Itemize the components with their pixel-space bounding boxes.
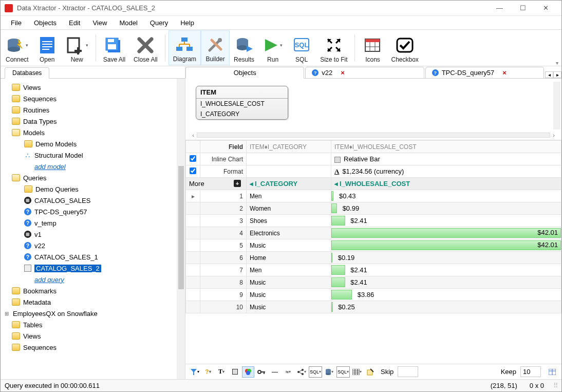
tree-node-structural-model[interactable]: ⛬Structural Model <box>2 150 176 161</box>
tree-node-catalog-sales[interactable]: ⊞CATALOG_SALES <box>2 195 176 206</box>
menu-query[interactable]: Query <box>145 17 173 28</box>
approx-button[interactable]: ≈▾ <box>282 366 294 378</box>
diagram-hscrollbar[interactable]: ‹› <box>190 132 557 139</box>
tree-node-catalog-sales-1[interactable]: ?CATALOG_SALES_1 <box>2 251 176 263</box>
grid-colhead-a[interactable]: ◂I_CATEGORY <box>247 178 331 190</box>
key-button[interactable] <box>255 366 268 378</box>
scrollbar-thumb[interactable] <box>178 166 184 289</box>
menu-view[interactable]: View <box>87 17 112 28</box>
maximize-button[interactable]: ☐ <box>511 1 534 15</box>
table-row[interactable]: 8Music$2.41 <box>186 276 561 289</box>
diagram-column[interactable]: I_WHOLESALE_COST <box>196 99 288 109</box>
close-icon[interactable]: × <box>502 69 507 77</box>
sql-mini-button[interactable]: SQL▾ <box>309 366 322 378</box>
tab-v22[interactable]: ?v22× <box>305 67 424 79</box>
sql-mini-button-2[interactable]: SQL▾ <box>336 366 350 378</box>
tree-node-demo-models[interactable]: Demo Models <box>2 138 176 150</box>
menu-help[interactable]: Help <box>175 17 199 28</box>
table-row[interactable]: ▸1Men$0.43 <box>186 190 561 202</box>
close-button[interactable]: ✕ <box>534 1 557 15</box>
sql-button[interactable]: SQL SQL <box>287 30 316 65</box>
table-row[interactable]: 7Men$2.41 <box>186 264 561 276</box>
icons-button[interactable]: Icons <box>358 30 387 65</box>
open-button[interactable]: Open <box>33 30 62 65</box>
tree-add-query-link[interactable]: add query <box>2 274 176 285</box>
tree-node-queries[interactable]: Queries <box>2 172 176 183</box>
table-row[interactable]: 4Electronics$42.01 <box>186 227 561 239</box>
grid-field-a[interactable]: ITEM♦I_CATEGORY <box>247 141 331 153</box>
save-all-button[interactable]: Save All <box>99 30 129 65</box>
connect-button[interactable]: ▾ Connect <box>2 30 33 65</box>
share-button[interactable]: ▾ <box>295 366 308 378</box>
db-mini-button[interactable]: ▾ <box>323 366 335 378</box>
tree-node-employeesqx[interactable]: ⊞EmployeesQX on Snowflake <box>2 308 176 319</box>
tree-scrollbar[interactable] <box>177 79 185 379</box>
diagram-button[interactable]: Diagram <box>168 30 201 65</box>
resize-grip-icon[interactable]: ⠿ <box>553 382 557 389</box>
menu-objects[interactable]: Objects <box>29 17 62 28</box>
help-button[interactable]: ?▾ <box>202 366 214 378</box>
tree-node-v22[interactable]: ?v22 <box>2 240 176 251</box>
grid-chart-b[interactable]: Relative Bar <box>331 153 561 165</box>
tree-node-v-temp[interactable]: ?v_temp <box>2 217 176 229</box>
tree-node-tpc-ds-query57[interactable]: ?TPC-DS_query57 <box>2 206 176 217</box>
ribbon-overflow-icon[interactable]: ▾ <box>554 60 560 66</box>
tree-node-sequences[interactable]: Sequences <box>2 93 176 104</box>
tree-node-catalog-sales-2[interactable]: CATALOG_SALES_2 <box>2 263 176 274</box>
grid-options-button[interactable] <box>546 366 558 378</box>
tab-prev-button[interactable]: ◂ <box>545 71 553 78</box>
tab-tpc-ds-query57[interactable]: ?TPC-DS_query57× <box>425 67 544 79</box>
tab-next-button[interactable]: ▸ <box>553 71 561 78</box>
table-row[interactable]: 2Women$0.99 <box>186 202 561 215</box>
new-button[interactable]: ▾ New <box>62 30 92 65</box>
edit-mini-button[interactable] <box>364 366 377 378</box>
tree-node-bookmarks[interactable]: Bookmarks <box>2 285 176 296</box>
format-checkbox[interactable] <box>190 167 196 174</box>
diagram-table-item[interactable]: ITEM I_WHOLESALE_COST I_CATEGORY <box>196 86 288 120</box>
diagram-vscrollbar[interactable] <box>553 82 560 129</box>
tree-node-metadata[interactable]: Metadata <box>2 296 176 308</box>
keep-input[interactable] <box>520 366 541 377</box>
grid-chart-a[interactable] <box>247 153 331 165</box>
filter-button[interactable]: ▾ <box>189 366 201 378</box>
tree-node-demo-queries[interactable]: Demo Queries <box>2 183 176 195</box>
tab-databases[interactable]: Databases <box>5 67 49 79</box>
table-row[interactable]: 10Music$0.25 <box>186 301 561 313</box>
builder-button[interactable]: Builder <box>201 30 230 65</box>
tree-node-data-types[interactable]: Data Types <box>2 116 176 127</box>
grid-field-b[interactable]: ITEM♦I_WHOLESALE_COST <box>331 141 561 153</box>
size-to-fit-button[interactable]: Size to Fit <box>316 30 351 65</box>
tree-node-models[interactable]: Models <box>2 127 176 138</box>
skip-input[interactable] <box>398 366 418 377</box>
tree-node-v1[interactable]: ⊞v1 <box>2 229 176 240</box>
grid-format-b[interactable]: A$1,234.56 (currency) <box>331 165 561 178</box>
minimize-button[interactable]: — <box>488 1 511 15</box>
menu-file[interactable]: File <box>6 17 27 28</box>
results-button[interactable]: Results <box>230 30 258 65</box>
close-all-button[interactable]: Close All <box>129 30 162 65</box>
table-mini-button[interactable]: ▾ <box>351 366 363 378</box>
grid-more-label[interactable]: More <box>189 180 204 188</box>
run-button[interactable]: ▾ Run <box>258 30 287 65</box>
box-button[interactable] <box>229 366 241 378</box>
line-button[interactable]: — <box>269 366 281 378</box>
table-row[interactable]: 3Shoes$2.41 <box>186 215 561 227</box>
database-tree[interactable]: Views Sequences Routines Data Types Mode… <box>1 79 177 379</box>
inline-chart-checkbox[interactable] <box>190 155 196 162</box>
close-icon[interactable]: × <box>341 69 345 77</box>
add-column-button[interactable]: + <box>234 180 241 187</box>
checkbox-button[interactable]: Checkbox <box>387 30 422 65</box>
table-row[interactable]: 9Music$3.86 <box>186 289 561 301</box>
diagram-column[interactable]: I_CATEGORY <box>196 109 288 119</box>
text-button[interactable]: T▾ <box>215 366 228 378</box>
tab-objects[interactable]: Objects <box>185 67 304 79</box>
tree-node-tables[interactable]: Tables <box>2 319 176 330</box>
tree-add-model-link[interactable]: add model <box>2 161 176 172</box>
table-row[interactable]: 5Music$42.01 <box>186 239 561 252</box>
table-row[interactable]: 6Home$0.19 <box>186 252 561 264</box>
diagram-canvas[interactable]: ITEM I_WHOLESALE_COST I_CATEGORY ‹› <box>185 79 561 140</box>
results-grid[interactable]: Field ITEM♦I_CATEGORY ITEM♦I_WHOLESALE_C… <box>185 140 561 313</box>
grid-format-a[interactable] <box>247 165 331 178</box>
menu-edit[interactable]: Edit <box>64 17 85 28</box>
tree-node-routines[interactable]: Routines <box>2 104 176 116</box>
